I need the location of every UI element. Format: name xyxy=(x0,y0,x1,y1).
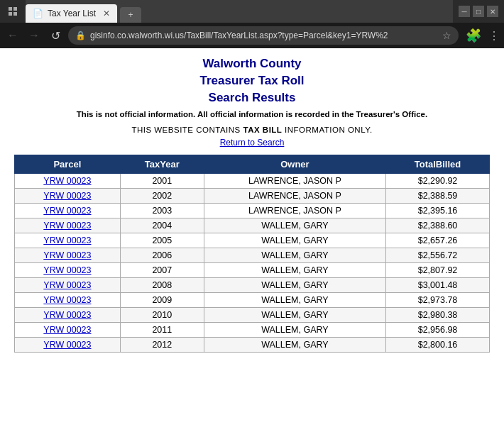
tab-close-button[interactable]: ✕ xyxy=(103,9,110,18)
cell-total: $2,556.72 xyxy=(386,248,490,263)
reload-button[interactable]: ↺ xyxy=(47,27,64,44)
active-tab[interactable]: 📄 Tax Year List ✕ xyxy=(26,4,117,23)
cell-owner: LAWRENCE, JASON P xyxy=(204,204,385,218)
new-tab[interactable]: + xyxy=(120,7,141,23)
notice-text-end: INFORMATION ONLY. xyxy=(282,126,372,134)
svg-rect-1 xyxy=(13,7,17,11)
lock-icon: 🔒 xyxy=(75,31,86,40)
parcel-link[interactable]: YRW 00023 xyxy=(43,236,91,245)
back-button[interactable]: ← xyxy=(4,27,21,44)
page-content: Walworth County Treasurer Tax Roll Searc… xyxy=(0,48,504,411)
cell-parcel: YRW 00023 xyxy=(15,323,121,338)
cell-year: 2002 xyxy=(120,189,204,204)
cell-parcel: YRW 00023 xyxy=(15,248,121,263)
cell-year: 2006 xyxy=(120,248,204,263)
cell-parcel: YRW 00023 xyxy=(15,189,121,204)
parcel-link[interactable]: YRW 00023 xyxy=(43,191,91,201)
table-row: YRW 000232001LAWRENCE, JASON P$2,290.92 xyxy=(15,174,490,189)
parcel-link[interactable]: YRW 00023 xyxy=(43,206,91,216)
table-row: YRW 000232002LAWRENCE, JASON P$2,388.59 xyxy=(15,189,490,204)
svg-rect-2 xyxy=(9,12,12,16)
minimize-button[interactable]: ─ xyxy=(459,6,470,17)
cell-total: $2,395.16 xyxy=(386,204,490,218)
parcel-link[interactable]: YRW 00023 xyxy=(43,250,91,260)
cell-year: 2005 xyxy=(120,233,204,248)
cell-total: $2,388.59 xyxy=(386,189,490,204)
notice-text-bold: TAX BILL xyxy=(243,126,282,134)
table-row: YRW 000232011WALLEM, GARY$2,956.98 xyxy=(15,323,490,338)
cell-year: 2001 xyxy=(120,174,204,189)
cell-owner: WALLEM, GARY xyxy=(204,218,385,233)
cell-total: $2,980.38 xyxy=(386,308,490,323)
cell-year: 2009 xyxy=(120,293,204,308)
parcel-link[interactable]: YRW 00023 xyxy=(43,280,91,290)
tab-title: Tax Year List xyxy=(48,9,96,18)
cell-total: $2,800.16 xyxy=(386,338,490,353)
cell-parcel: YRW 00023 xyxy=(15,308,121,323)
disclaimer-text: This is not official information. All of… xyxy=(14,110,490,118)
cell-year: 2004 xyxy=(120,218,204,233)
cell-total: $3,001.48 xyxy=(386,278,490,293)
address-text: gisinfo.co.walworth.wi.us/TaxBill/TaxYea… xyxy=(90,31,438,40)
col-header-owner: Owner xyxy=(204,155,385,174)
return-to-search-link[interactable]: Return to Search xyxy=(14,138,490,148)
parcel-link[interactable]: YRW 00023 xyxy=(43,221,91,231)
parcel-link[interactable]: YRW 00023 xyxy=(43,310,91,320)
tab-bar: 📄 Tax Year List ✕ + xyxy=(26,0,453,23)
cell-owner: WALLEM, GARY xyxy=(204,278,385,293)
notice-text-normal: THIS WEBSITE CONTAINS xyxy=(131,126,243,134)
cell-total: $2,973.78 xyxy=(386,293,490,308)
tax-year-table: Parcel TaxYear Owner TotalBilled YRW 000… xyxy=(14,155,490,353)
parcel-link[interactable]: YRW 00023 xyxy=(43,176,91,186)
table-row: YRW 000232012WALLEM, GARY$2,800.16 xyxy=(15,338,490,353)
col-header-parcel: Parcel xyxy=(15,155,121,174)
cell-total: $2,956.98 xyxy=(386,323,490,338)
svg-rect-3 xyxy=(13,12,17,16)
cell-owner: WALLEM, GARY xyxy=(204,263,385,278)
parcel-link[interactable]: YRW 00023 xyxy=(43,265,91,275)
cell-owner: LAWRENCE, JASON P xyxy=(204,174,385,189)
tab-page-icon: 📄 xyxy=(33,9,43,18)
cell-total: $2,388.60 xyxy=(386,218,490,233)
page-title-line1: Walworth County xyxy=(14,55,490,72)
cell-total: $2,807.92 xyxy=(386,263,490,278)
address-input-wrap[interactable]: 🔒 gisinfo.co.walworth.wi.us/TaxBill/TaxY… xyxy=(68,26,459,45)
forward-button[interactable]: → xyxy=(26,27,43,44)
cell-parcel: YRW 00023 xyxy=(15,218,121,233)
parcel-link[interactable]: YRW 00023 xyxy=(43,295,91,305)
notice-wrap: THIS WEBSITE CONTAINS TAX BILL INFORMATI… xyxy=(14,124,490,135)
maximize-button[interactable]: □ xyxy=(473,6,484,17)
table-header-row: Parcel TaxYear Owner TotalBilled xyxy=(15,155,490,174)
bookmark-icon[interactable]: ☆ xyxy=(442,30,451,41)
table-row: YRW 000232010WALLEM, GARY$2,980.38 xyxy=(15,308,490,323)
system-icon xyxy=(6,4,20,18)
cell-parcel: YRW 00023 xyxy=(15,204,121,218)
page-title-line2: Treasurer Tax Roll xyxy=(14,72,490,89)
col-header-totalbilled: TotalBilled xyxy=(386,155,490,174)
close-button[interactable]: ✕ xyxy=(487,6,498,17)
table-row: YRW 000232005WALLEM, GARY$2,657.26 xyxy=(15,233,490,248)
cell-owner: WALLEM, GARY xyxy=(204,338,385,353)
cell-owner: WALLEM, GARY xyxy=(204,323,385,338)
cell-year: 2011 xyxy=(120,323,204,338)
table-row: YRW 000232004WALLEM, GARY$2,388.60 xyxy=(15,218,490,233)
cell-owner: WALLEM, GARY xyxy=(204,308,385,323)
cell-parcel: YRW 00023 xyxy=(15,293,121,308)
menu-button[interactable]: ⋮ xyxy=(488,29,500,43)
cell-owner: WALLEM, GARY xyxy=(204,233,385,248)
parcel-link[interactable]: YRW 00023 xyxy=(43,325,91,335)
cell-parcel: YRW 00023 xyxy=(15,233,121,248)
cell-owner: LAWRENCE, JASON P xyxy=(204,189,385,204)
col-header-taxyear: TaxYear xyxy=(120,155,204,174)
page-title: Walworth County Treasurer Tax Roll Searc… xyxy=(14,55,490,106)
address-bar: ← → ↺ 🔒 gisinfo.co.walworth.wi.us/TaxBil… xyxy=(0,23,504,48)
cell-owner: WALLEM, GARY xyxy=(204,293,385,308)
cell-year: 2012 xyxy=(120,338,204,353)
window-controls: ─ □ ✕ xyxy=(459,6,498,17)
cell-parcel: YRW 00023 xyxy=(15,174,121,189)
cell-year: 2003 xyxy=(120,204,204,218)
extensions-icon[interactable]: 🧩 xyxy=(466,28,481,43)
cell-year: 2010 xyxy=(120,308,204,323)
table-row: YRW 000232006WALLEM, GARY$2,556.72 xyxy=(15,248,490,263)
parcel-link[interactable]: YRW 00023 xyxy=(43,340,91,350)
